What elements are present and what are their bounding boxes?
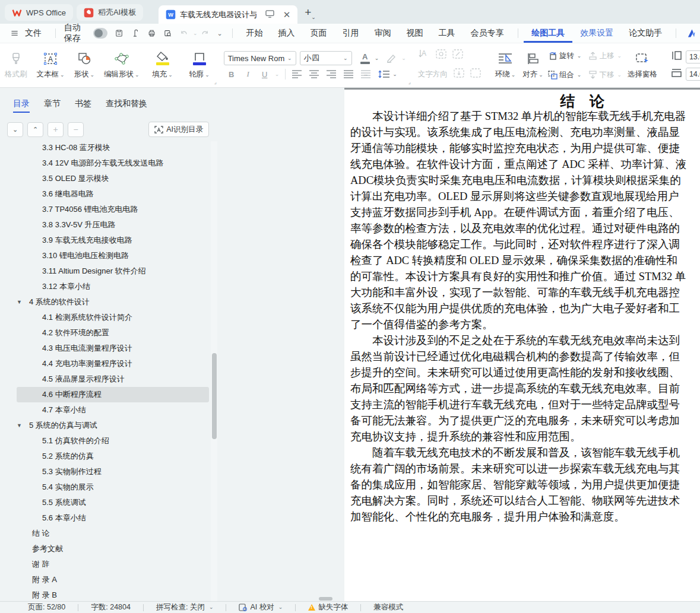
toc-item[interactable]: ▼ 3.12 本章小结 xyxy=(17,279,209,294)
page-indicator[interactable]: 页面: 52/80 xyxy=(28,602,78,612)
menu-file[interactable]: 文件 xyxy=(23,24,49,43)
font-color-button[interactable]: A xyxy=(360,53,370,64)
text-direction-button[interactable]: 文字方向 xyxy=(418,66,448,82)
section-expand-icon[interactable]: ⌟ xyxy=(214,79,216,85)
toc-item[interactable]: ▼ 4.5 液晶屏显示程序设计 xyxy=(17,371,209,387)
compatibility-mode[interactable]: 兼容模式 xyxy=(361,602,416,612)
toc-item[interactable]: ▼ 4.3 电压电流测量程序设计 xyxy=(17,341,209,356)
toc-item[interactable]: ▼ 5.6 本章小结 xyxy=(17,510,209,526)
line-spacing-chevron-icon[interactable]: ⌄ xyxy=(392,72,397,77)
missing-font-warning[interactable]: 缺失字体 xyxy=(296,602,360,612)
prev-frame-icon[interactable] xyxy=(454,68,464,80)
link-frame-icon[interactable] xyxy=(436,49,446,61)
toc-item[interactable]: ▼ 3.7 TP4056 锂电池充电电路 xyxy=(17,202,209,217)
menu-item[interactable]: 插入 xyxy=(271,24,303,43)
underline-button[interactable]: U xyxy=(257,70,273,79)
autosave-toggle[interactable] xyxy=(93,28,108,39)
menu-item-contextual[interactable]: 绘图工具 xyxy=(524,24,572,43)
menu-item[interactable]: 会员专享 xyxy=(463,24,512,43)
format-painter-button[interactable]: 格式刷 xyxy=(0,43,32,87)
toc-item[interactable]: ▼ 3.4 12V 电源部分车载无线发送电路 xyxy=(17,155,209,171)
section-expand-icon[interactable]: ⌟ xyxy=(408,79,411,85)
toc-item[interactable]: ▼ 5.1 仿真软件的介绍 xyxy=(17,433,209,449)
new-tab-button[interactable]: + xyxy=(305,6,311,19)
toc-item[interactable]: ▼ 3.3 HC-08 蓝牙模块 xyxy=(17,140,209,155)
toc-item[interactable]: ▼ 5.3 实物制作过程 xyxy=(17,464,209,479)
toc-item[interactable]: ▼ 5 系统的仿真与调试 xyxy=(17,418,209,433)
toc-item[interactable]: ▼ 4.1 检测系统软件设计简介 xyxy=(17,310,209,325)
export-pdf-icon[interactable] xyxy=(132,28,140,39)
toc-item[interactable]: ▼ 5.2 系统的仿真 xyxy=(17,449,209,464)
collapse-all-button[interactable]: ⌄ xyxy=(7,122,23,137)
font-family-select[interactable]: Times New Rom⌄ xyxy=(224,51,296,65)
save-icon[interactable] xyxy=(115,28,123,39)
align-left-icon[interactable] xyxy=(292,70,302,78)
tab-monitor-icon[interactable] xyxy=(265,9,274,20)
align-center-icon[interactable] xyxy=(309,70,319,78)
outline-color-button[interactable]: 轮廓⌄ xyxy=(181,43,218,87)
edit-shape-button[interactable]: 编辑形状⌄ xyxy=(99,43,144,87)
move-up-button[interactable]: 上移⌄ xyxy=(588,48,622,63)
toc-item[interactable]: ▼ 4 系统的软件设计 xyxy=(17,294,209,310)
word-count[interactable]: 字数: 24804 xyxy=(78,602,143,612)
toc-item[interactable]: ▼ 结 论 xyxy=(17,526,209,541)
line-spacing-button[interactable] xyxy=(378,70,390,78)
hamburger-icon[interactable] xyxy=(11,28,18,39)
italic-button[interactable]: I xyxy=(240,69,256,79)
toc-item[interactable]: ▼ 4.6 中断程序流程 xyxy=(17,387,209,402)
toc-item[interactable]: ▼ 谢 辞 xyxy=(17,557,209,572)
toc-item[interactable]: ▼ 4.7 本章小结 xyxy=(17,402,209,418)
unlink-frame-icon[interactable] xyxy=(452,49,463,61)
print-icon[interactable] xyxy=(148,28,156,39)
bold-button[interactable]: B xyxy=(224,70,239,79)
menu-item[interactable]: 视图 xyxy=(399,24,431,43)
toc-item[interactable]: ▼ 3.9 车载无线充电接收电路 xyxy=(17,233,209,248)
shapes-button[interactable]: 形状⌄ xyxy=(69,43,100,87)
toc-item[interactable]: ▼ 参考文献 xyxy=(17,541,209,557)
nav-pane-tab[interactable]: 查找和替换 xyxy=(106,99,147,109)
shape-height-field[interactable]: 13.6 xyxy=(686,50,700,63)
horizontal-scrollbar-thumb[interactable] xyxy=(319,597,332,601)
align-objects-button[interactable]: 对齐⌄ xyxy=(520,51,546,80)
expand-all-button[interactable]: ⌃ xyxy=(27,122,43,137)
print-preview-icon[interactable] xyxy=(164,28,172,39)
nav-pane-tab[interactable]: 目录 xyxy=(13,99,30,113)
toc-item[interactable]: ▼ 3.8 3.3V-5V 升压电路 xyxy=(17,217,209,233)
toc-item[interactable]: ▼ 附 录 B xyxy=(17,587,209,601)
undo-chevron-icon[interactable]: ⌄ xyxy=(193,31,198,36)
expander-triangle-icon[interactable]: ▼ xyxy=(17,294,25,310)
tab-docer-templates[interactable]: 稻壳AI模板 xyxy=(77,4,143,21)
highlight-button[interactable] xyxy=(386,53,397,63)
ai-recognize-toc-button[interactable]: AI识别目录 xyxy=(148,122,209,137)
next-frame-icon[interactable] xyxy=(470,68,481,80)
group-button[interactable]: 组合⌄ xyxy=(548,67,582,82)
toc-item[interactable]: ▼ 3.10 锂电池电压检测电路 xyxy=(17,248,209,263)
menu-item[interactable]: 审阅 xyxy=(367,24,399,43)
align-justify-icon[interactable] xyxy=(343,70,354,78)
toolbar-options-chevron-icon[interactable]: ⌄ xyxy=(217,30,223,37)
underline-chevron-icon[interactable]: ⌄ xyxy=(275,72,280,77)
tab-wps-home[interactable]: WPS Office xyxy=(5,4,73,21)
align-right-icon[interactable] xyxy=(326,70,337,78)
zoom-in-button[interactable]: + xyxy=(47,122,64,137)
new-tab-chevron-icon[interactable]: ⌄ xyxy=(311,14,316,20)
wrap-button[interactable]: 环绕⌄ xyxy=(493,51,518,80)
toc-item[interactable]: ▼ 4.2 软件环境的配置 xyxy=(17,325,209,341)
font-size-select[interactable]: 小四⌄ xyxy=(300,51,352,65)
text-box-button[interactable]: A 文本框⌄ xyxy=(32,43,69,87)
toc-item[interactable]: ▼ 附 录 A xyxy=(17,572,209,587)
rotate-button[interactable]: 旋转⌄ xyxy=(548,48,582,63)
wps-ai-icon[interactable] xyxy=(686,27,696,40)
redo-icon[interactable] xyxy=(201,28,209,39)
undo-icon[interactable] xyxy=(180,28,188,39)
nav-pane-tab[interactable]: 书签 xyxy=(75,99,91,109)
menu-item-contextual[interactable]: 论文助手 xyxy=(621,24,670,43)
font-color-chevron-icon[interactable]: ⌄ xyxy=(375,56,379,61)
tab-document-active[interactable]: W 车载无线充电器设计与实现 ✕ xyxy=(159,5,297,24)
toc-item[interactable]: ▼ 3.11 Altium Designer 软件介绍 xyxy=(17,263,209,279)
menu-item[interactable]: 页面 xyxy=(303,24,335,43)
nav-pane-tab[interactable]: 章节 xyxy=(44,99,61,109)
highlight-chevron-icon[interactable]: ⌄ xyxy=(401,56,406,61)
distribute-icon[interactable]: ↔ xyxy=(360,70,371,78)
menu-item[interactable]: 开始 xyxy=(239,24,271,43)
